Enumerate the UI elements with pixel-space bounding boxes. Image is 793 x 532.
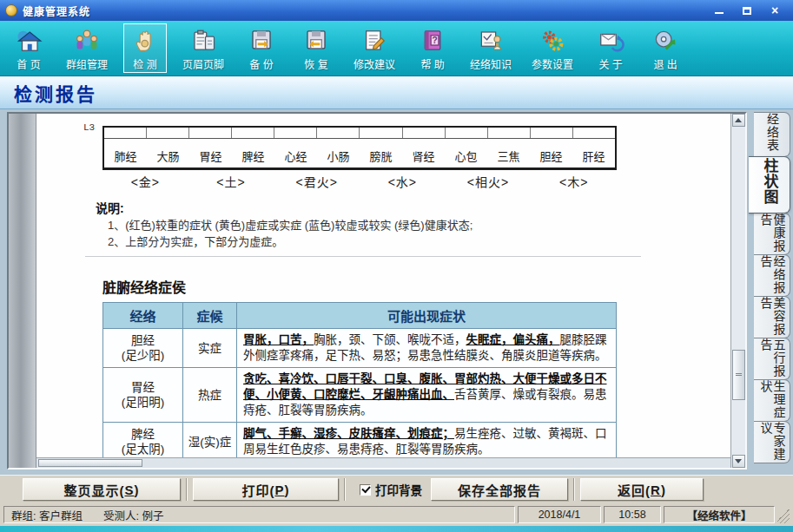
meridian-label: 胆经 bbox=[530, 148, 572, 167]
tab-label: 经络表 bbox=[765, 113, 778, 156]
report-page-wrap: L3 肺经 大肠 胃经 脾经 心经 小肠 bbox=[36, 114, 730, 468]
element-label: <相火> bbox=[446, 173, 532, 190]
toolbar-button-restore[interactable]: 恢 复 bbox=[294, 23, 338, 73]
resize-grip-icon[interactable] bbox=[777, 506, 790, 523]
meridian-name: 胃经 bbox=[105, 380, 181, 395]
tab-health-report[interactable]: 健康报告 bbox=[754, 213, 790, 255]
toolbar-button-settings[interactable]: 参数设置 bbox=[527, 23, 578, 73]
viewer-left-gutter bbox=[9, 114, 36, 468]
tab-five-element-report[interactable]: 五行报告 bbox=[754, 338, 790, 380]
window-controls: × bbox=[710, 3, 788, 17]
tab-label: 生理症状 bbox=[759, 380, 785, 422]
toolbar-button-meridian-knowledge[interactable]: 经络知识 bbox=[466, 23, 516, 73]
toolbar-label: 首 页 bbox=[17, 56, 40, 71]
close-button[interactable]: × bbox=[765, 3, 784, 17]
meridian-label: 膀胱 bbox=[360, 148, 402, 167]
element-label: <土> bbox=[188, 173, 274, 190]
meridian-label: 肝经 bbox=[572, 148, 615, 167]
button-text: ) bbox=[285, 483, 290, 497]
tick-cell bbox=[104, 128, 147, 138]
maximize-icon bbox=[743, 7, 751, 15]
toolbar-button-edit-suggestions[interactable]: 修改建议 bbox=[349, 23, 400, 73]
scroll-down-button[interactable] bbox=[732, 455, 745, 468]
bottom-button-bar: 整页显示(S) 打印(P) 打印背景 保存全部报告 返回(R) bbox=[0, 475, 793, 503]
toolbar-button-about[interactable]: 关 于 bbox=[589, 23, 632, 73]
tab-expert-advice[interactable]: 专家建议 bbox=[754, 421, 790, 463]
button-text: 整页显示( bbox=[63, 481, 124, 499]
chart-scale-label: L3 bbox=[83, 122, 95, 133]
status-panel-subject: 群组: 客户群组 受测人: 例子 bbox=[3, 506, 515, 523]
tick-cell bbox=[317, 128, 360, 138]
minimize-button[interactable] bbox=[710, 3, 729, 17]
toolbar-button-header-footer[interactable]: 页眉页脚 bbox=[178, 23, 228, 73]
toolbar-button-help[interactable]: ? 帮 助 bbox=[411, 23, 454, 73]
status-subject: 受测人: 例子 bbox=[103, 507, 163, 523]
meridian-label: 肾经 bbox=[402, 148, 445, 167]
main-area: L3 肺经 大肠 胃经 脾经 心经 小肠 bbox=[0, 109, 793, 475]
toolbar-button-home[interactable]: 首 页 bbox=[7, 23, 50, 73]
symptoms-cell: 脚气、手癣、湿疹、皮肤瘙痒、划痕症；易生痤疮、过敏、黄褐斑、口周易生红色皮疹、易… bbox=[237, 423, 617, 458]
tick-cell bbox=[360, 128, 402, 138]
tab-label: 五行报告 bbox=[759, 338, 785, 380]
clipboard-icon bbox=[188, 26, 219, 56]
tick-cell bbox=[446, 128, 488, 138]
element-label: <水> bbox=[360, 173, 446, 190]
horizontal-scrollbar[interactable] bbox=[36, 457, 730, 468]
save-all-reports-button[interactable]: 保存全部报告 bbox=[431, 478, 568, 501]
meridian-cell: 胃经 (足阳明) bbox=[103, 368, 183, 423]
button-text: 打印( bbox=[241, 481, 274, 499]
tab-bar-chart[interactable]: 柱状图 bbox=[749, 156, 790, 213]
meridian-cell: 脾经 (足太阴) bbox=[103, 423, 183, 458]
divider bbox=[85, 256, 641, 257]
toolbar-button-backup[interactable]: 备 份 bbox=[240, 23, 283, 73]
vertical-scrollbar-thumb[interactable] bbox=[732, 350, 745, 400]
toolbar-label: 备 份 bbox=[249, 56, 273, 71]
toolbar-label: 经络知识 bbox=[470, 56, 512, 71]
report-tab-strip: 经络表 柱状图 健康报告 经络报告 美容报告 五行报告 生理症状 专家建议 bbox=[749, 113, 792, 474]
back-button[interactable]: 返回(R) bbox=[580, 478, 704, 501]
tab-label: 柱状图 bbox=[762, 158, 777, 212]
syndrome-table: 经络 症候 可能出现症状 胆经 (足少阳) 实症 bbox=[102, 302, 617, 457]
toolbar-button-exit[interactable]: 退 出 bbox=[644, 23, 687, 73]
meridian-position: (足少阳) bbox=[105, 348, 181, 363]
notes-title: 说明: bbox=[96, 199, 634, 216]
button-text: ) bbox=[135, 483, 140, 497]
scroll-up-button[interactable] bbox=[732, 114, 745, 127]
syndrome-section-title: 脏腑经络症侯 bbox=[102, 276, 730, 297]
tab-physiological-symptoms[interactable]: 生理症状 bbox=[754, 379, 790, 422]
toolbar-button-detect[interactable]: 检 测 bbox=[123, 23, 167, 73]
table-header-row: 经络 症候 可能出现症状 bbox=[103, 303, 617, 329]
tab-meridian-report[interactable]: 经络报告 bbox=[754, 254, 790, 297]
close-icon: × bbox=[771, 4, 778, 16]
tab-label: 专家建议 bbox=[759, 422, 785, 463]
status-bar: 群组: 客户群组 受测人: 例子 2018/4/1 10:58 【经络软件】 bbox=[0, 503, 793, 526]
legend-notes: 说明: 1、(红色)较重的症状 (黄色)虚症或实症 (蓝色)较虚或较实 (绿色)… bbox=[96, 199, 634, 249]
horizontal-scrollbar-thumb[interactable] bbox=[38, 459, 142, 467]
title-bar: 健康管理系统 × bbox=[0, 0, 793, 21]
tab-meridian-table[interactable]: 经络表 bbox=[754, 112, 790, 157]
tab-beauty-report[interactable]: 美容报告 bbox=[754, 296, 790, 338]
full-page-display-button[interactable]: 整页显示(S) bbox=[23, 478, 181, 501]
maximize-button[interactable] bbox=[737, 3, 757, 17]
vertical-scrollbar[interactable] bbox=[730, 114, 745, 468]
tab-label: 美容报告 bbox=[759, 297, 785, 338]
toolbar-button-group-manage[interactable]: 群组管理 bbox=[62, 23, 112, 73]
five-element-row: <金> <土> <君火> <水> <相火> <木> bbox=[102, 173, 617, 190]
print-button[interactable]: 打印(P) bbox=[193, 478, 339, 501]
print-background-checkbox[interactable] bbox=[360, 484, 371, 496]
toolbar-label: 关 于 bbox=[598, 56, 622, 71]
table-row: 脾经 (足太阴) 湿(实)症 脚气、手癣、湿疹、皮肤瘙痒、划痕症；易生痤疮、过敏… bbox=[103, 423, 617, 458]
meridian-name: 胆经 bbox=[105, 333, 181, 348]
element-label: <金> bbox=[102, 173, 188, 190]
vertical-scroll-track[interactable] bbox=[732, 127, 745, 455]
separator bbox=[573, 478, 575, 501]
page-title: 检测报告 bbox=[0, 80, 97, 106]
exit-disc-icon bbox=[650, 26, 681, 56]
tick-cell bbox=[488, 128, 531, 138]
meridian-cell: 胆经 (足少阳) bbox=[103, 329, 183, 368]
meridian-label: 大肠 bbox=[147, 148, 189, 167]
symptoms-cell: 贪吃、喜冷饮、口唇干裂、口臭、腹胀、胃部灼热、大便干燥或多日不便、小便黄、口腔糜… bbox=[237, 368, 617, 423]
button-hotkey: R bbox=[651, 483, 661, 497]
print-background-checkbox-row[interactable]: 打印背景 bbox=[360, 481, 422, 498]
table-row: 胆经 (足少阳) 实症 胃胀，口苦，胸胀，颈、下颌、喉咙不适，失眠症，偏头痛，腿… bbox=[103, 329, 617, 368]
